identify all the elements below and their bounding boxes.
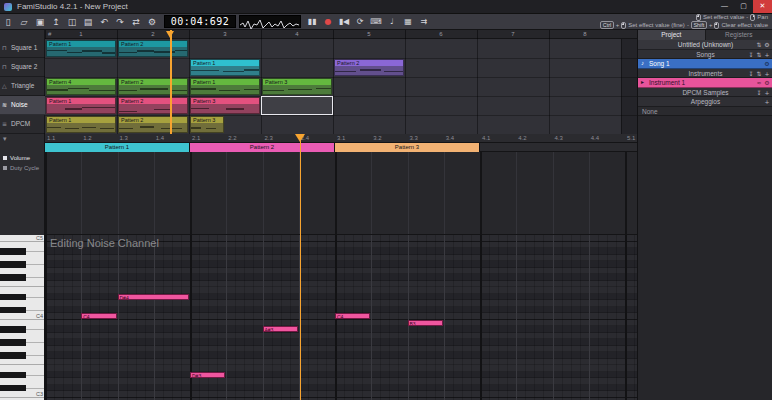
tab-project[interactable]: Project: [638, 30, 706, 40]
rewind-icon[interactable]: ▮◀: [337, 15, 351, 29]
oscilloscope[interactable]: [239, 15, 301, 28]
sequencer-grid[interactable]: Pattern 1Pattern 2Pattern 1Pattern 2Patt…: [45, 39, 637, 134]
import-icon[interactable]: ↧: [747, 69, 755, 79]
redo-icon[interactable]: ↷: [113, 15, 127, 29]
transform-icon[interactable]: ⇄: [129, 15, 143, 29]
properties-icon[interactable]: ⚙: [763, 40, 771, 50]
sort-icon[interactable]: ⇅: [755, 40, 763, 50]
piano-key-black[interactable]: [0, 326, 26, 333]
qwerty-piano-icon[interactable]: ⌨: [369, 15, 383, 29]
channel-row-dpcm[interactable]: ≡DPCM: [0, 115, 45, 134]
pattern-block[interactable]: Pattern 1: [46, 97, 116, 114]
piano-keys[interactable]: C5C4C3: [0, 235, 45, 400]
pattern-header-segment[interactable]: Pattern 1: [45, 143, 190, 152]
properties-icon[interactable]: ⚙: [763, 59, 771, 69]
config-icon[interactable]: ⚙: [145, 15, 159, 29]
loop-icon[interactable]: ⟳: [353, 15, 367, 29]
add-icon[interactable]: +: [763, 69, 771, 79]
effect-button-volume[interactable]: Volume: [0, 153, 45, 163]
maximize-button[interactable]: ▢: [734, 0, 753, 13]
note[interactable]: D#4: [118, 294, 190, 300]
explorer-row-instrument-1[interactable]: ▸Instrument 1⚙≈: [638, 78, 772, 88]
piano-key-black[interactable]: [0, 307, 26, 314]
explorer-row-untitled-unknown-[interactable]: Untitled (Unknown)⚙⇅: [638, 40, 772, 50]
explorer-row-song-1[interactable]: ♪Song 1⚙: [638, 59, 772, 69]
undo-icon[interactable]: ↶: [97, 15, 111, 29]
octave-label: C5: [36, 235, 43, 242]
sequencer-seek-marker[interactable]: [166, 31, 174, 38]
effect-panel[interactable]: [45, 152, 637, 235]
minimize-button[interactable]: —: [715, 0, 734, 13]
piano-key-black[interactable]: [0, 294, 26, 301]
sort-icon[interactable]: ⇅: [755, 50, 763, 60]
copy-icon[interactable]: ◫: [65, 15, 79, 29]
piano-roll-seek-marker[interactable]: [295, 134, 305, 142]
metronome-icon[interactable]: ♩: [385, 15, 399, 29]
piano-key-black[interactable]: [0, 352, 26, 359]
pattern-block[interactable]: Pattern 1: [46, 40, 116, 57]
channel-row-triangle[interactable]: △Triangle: [0, 77, 45, 96]
piano-roll-pattern-header[interactable]: Pattern 1Pattern 2Pattern 3: [45, 143, 637, 152]
record-icon[interactable]: ●: [321, 15, 335, 29]
sort-icon[interactable]: ⇅: [755, 69, 763, 79]
properties-icon[interactable]: ⚙: [763, 78, 771, 88]
piano-key-black[interactable]: [0, 274, 26, 281]
piano-key-black[interactable]: [0, 261, 26, 268]
close-button[interactable]: ✕: [753, 0, 772, 13]
effect-panel-collapse-icon[interactable]: ▾: [3, 135, 7, 143]
pattern-block[interactable]: Pattern 2: [118, 97, 188, 114]
piano-roll-timeline[interactable]: 1.11.21.31.42.12.22.32.43.13.23.33.44.14…: [45, 134, 637, 143]
pattern-block[interactable]: Pattern 2: [118, 116, 188, 133]
note[interactable]: B3: [408, 320, 443, 326]
explorer-row-none[interactable]: None: [638, 107, 772, 117]
pattern-block[interactable]: Pattern 4: [46, 78, 116, 95]
import-icon[interactable]: ↧: [755, 88, 763, 98]
pattern-block[interactable]: Pattern 2: [118, 78, 188, 95]
pattern-header-segment[interactable]: Pattern 2: [190, 143, 335, 152]
piano-key-black[interactable]: [0, 339, 26, 346]
import-icon[interactable]: ↧: [747, 50, 755, 60]
export-icon[interactable]: ↥: [49, 15, 63, 29]
effect-button-duty-cycle[interactable]: Duty Cycle: [0, 163, 45, 173]
note-grid[interactable]: C4D#4D#3A#3C4B3Editing Noise Channel: [45, 235, 637, 400]
note[interactable]: C4: [81, 313, 116, 319]
explorer-row-label: Arpeggios: [638, 97, 772, 107]
channel-row-noise[interactable]: ≋Noise: [0, 96, 45, 115]
note[interactable]: C4: [335, 313, 370, 319]
pattern-block[interactable]: Pattern 3: [190, 97, 260, 114]
explorer-row-arpeggios[interactable]: Arpeggios+: [638, 97, 772, 107]
sequencer-ruler[interactable]: #12345678: [45, 30, 637, 39]
piano-key-black[interactable]: [0, 248, 26, 255]
play-pause-icon[interactable]: ▮▮: [305, 15, 319, 29]
pattern-block[interactable]: Pattern 3: [190, 116, 224, 133]
pattern-block[interactable]: Pattern 1: [190, 78, 260, 95]
pattern-block[interactable]: Pattern 2: [118, 40, 188, 57]
piano-key-black[interactable]: [0, 372, 26, 379]
grid-beat-line: [172, 235, 173, 400]
add-icon[interactable]: +: [763, 88, 771, 98]
note[interactable]: D#3: [190, 372, 225, 378]
add-icon[interactable]: +: [763, 97, 771, 107]
pattern-block[interactable]: Pattern 3: [262, 78, 332, 95]
note[interactable]: A#3: [263, 326, 298, 332]
add-icon[interactable]: +: [763, 50, 771, 60]
envelope-icon[interactable]: ≈: [755, 78, 763, 88]
pattern-block[interactable]: Pattern 1: [46, 116, 116, 133]
channel-row-square1[interactable]: ⊓Square 1: [0, 39, 45, 58]
open-file-icon[interactable]: ▱: [17, 15, 31, 29]
piano-key-black[interactable]: [0, 385, 26, 392]
new-file-icon[interactable]: ▯: [1, 15, 15, 29]
channel-row-square2[interactable]: ⊓Square 2: [0, 58, 45, 77]
paste-icon[interactable]: ▤: [81, 15, 95, 29]
pattern-block[interactable]: Pattern 2: [334, 59, 404, 76]
follow-icon[interactable]: ⇉: [417, 15, 431, 29]
machine-icon[interactable]: ▦: [401, 15, 415, 29]
explorer-row-songs[interactable]: Songs+⇅↧: [638, 50, 772, 60]
pattern-block[interactable]: Pattern 1: [190, 59, 260, 76]
explorer-row-instruments[interactable]: Instruments+⇅↧: [638, 69, 772, 79]
timeline-label: 1.2: [83, 134, 91, 143]
explorer-row-dpcm-samples[interactable]: DPCM Samples+↧: [638, 88, 772, 98]
save-icon[interactable]: ▣: [33, 15, 47, 29]
tab-registers[interactable]: Registers: [706, 30, 772, 40]
pattern-header-segment[interactable]: Pattern 3: [335, 143, 480, 152]
